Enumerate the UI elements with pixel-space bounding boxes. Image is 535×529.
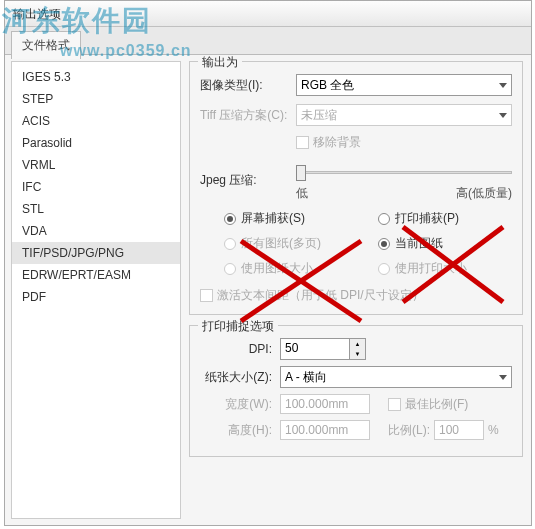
radio-use-print-size: 使用打印大小 <box>378 260 512 277</box>
jpeg-compress-label: Jpeg 压缩: <box>200 172 296 189</box>
paper-size-label: 纸张大小(Z): <box>200 369 272 386</box>
tiff-compress-label: Tiff 压缩方案(C): <box>200 107 296 124</box>
dpi-spinner[interactable]: 50 ▲▼ <box>280 338 512 360</box>
radio-current-drawing[interactable]: 当前图纸 <box>378 235 512 252</box>
activate-text-gap-checkbox: 激活文本间距（用于低 DPI/尺寸设定） <box>200 287 512 304</box>
tiff-compress-select: 未压缩 <box>296 104 512 126</box>
sidebar-item[interactable]: IFC <box>12 176 180 198</box>
image-type-select[interactable]: RGB 全色 <box>296 74 512 96</box>
sidebar-item[interactable]: VDA <box>12 220 180 242</box>
slider-thumb[interactable] <box>296 165 306 181</box>
tab-strip: 文件格式 <box>5 27 531 55</box>
checkbox-icon <box>200 289 213 302</box>
format-list[interactable]: IGES 5.3STEPACISParasolidVRMLIFCSTLVDATI… <box>11 61 181 519</box>
height-label: 高度(H): <box>200 422 272 439</box>
sidebar-item[interactable]: Parasolid <box>12 132 180 154</box>
width-label: 宽度(W): <box>200 396 272 413</box>
jpeg-slider[interactable] <box>296 163 512 183</box>
radio-all-drawings: 所有图纸(多页) <box>224 235 358 252</box>
sidebar-item[interactable]: EDRW/EPRT/EASM <box>12 264 180 286</box>
chevron-down-icon <box>499 375 507 380</box>
image-type-label: 图像类型(I): <box>200 77 296 94</box>
chevron-down-icon <box>499 83 507 88</box>
sidebar-item[interactable]: PDF <box>12 286 180 308</box>
tiff-compress-value: 未压缩 <box>301 107 337 124</box>
checkbox-icon <box>296 136 309 149</box>
image-type-value: RGB 全色 <box>301 77 354 94</box>
dialog-window: 输出选项 文件格式 IGES 5.3STEPACISParasolidVRMLI… <box>4 0 532 526</box>
sidebar-item[interactable]: ACIS <box>12 110 180 132</box>
radio-screen-capture[interactable]: 屏幕捕获(S) <box>224 210 358 227</box>
radio-icon <box>224 238 236 250</box>
radio-icon <box>378 263 390 275</box>
best-ratio-checkbox: 最佳比例(F) <box>388 396 468 413</box>
output-group: 输出为 图像类型(I): RGB 全色 Tiff 压缩方案(C): 未压缩 <box>189 61 523 315</box>
radio-icon <box>224 263 236 275</box>
jpeg-low-label: 低 <box>296 185 308 202</box>
tab-file-format[interactable]: 文件格式 <box>11 31 81 59</box>
sidebar-item[interactable]: TIF/PSD/JPG/PNG <box>12 242 180 264</box>
radio-use-drawing-size: 使用图纸大小 <box>224 260 358 277</box>
print-capture-group: 打印捕捉选项 DPI: 50 ▲▼ 纸张大小(Z): A - 横向 <box>189 325 523 457</box>
main-panel: 输出为 图像类型(I): RGB 全色 Tiff 压缩方案(C): 未压缩 <box>187 55 531 525</box>
dialog-title: 输出选项 <box>5 1 531 27</box>
sidebar-item[interactable]: VRML <box>12 154 180 176</box>
print-group-title: 打印捕捉选项 <box>198 318 278 335</box>
percent-label: % <box>488 423 499 437</box>
checkbox-icon <box>388 398 401 411</box>
paper-size-select[interactable]: A - 横向 <box>280 366 512 388</box>
remove-bg-checkbox: 移除背景 <box>296 134 361 151</box>
spin-down-icon[interactable]: ▼ <box>350 349 365 359</box>
output-group-title: 输出为 <box>198 55 242 71</box>
height-input: 100.000mm <box>280 420 370 440</box>
sidebar-item[interactable]: STEP <box>12 88 180 110</box>
spin-up-icon[interactable]: ▲ <box>350 339 365 349</box>
ratio-input: 100 <box>434 420 484 440</box>
ratio-label: 比例(L): <box>388 422 430 439</box>
radio-print-capture[interactable]: 打印捕获(P) <box>378 210 512 227</box>
radio-icon <box>224 213 236 225</box>
radio-icon <box>378 213 390 225</box>
width-input: 100.000mm <box>280 394 370 414</box>
jpeg-high-label: 高(低质量) <box>456 185 512 202</box>
dpi-label: DPI: <box>200 342 272 356</box>
radio-icon <box>378 238 390 250</box>
sidebar-item[interactable]: STL <box>12 198 180 220</box>
sidebar-item[interactable]: IGES 5.3 <box>12 66 180 88</box>
chevron-down-icon <box>499 113 507 118</box>
